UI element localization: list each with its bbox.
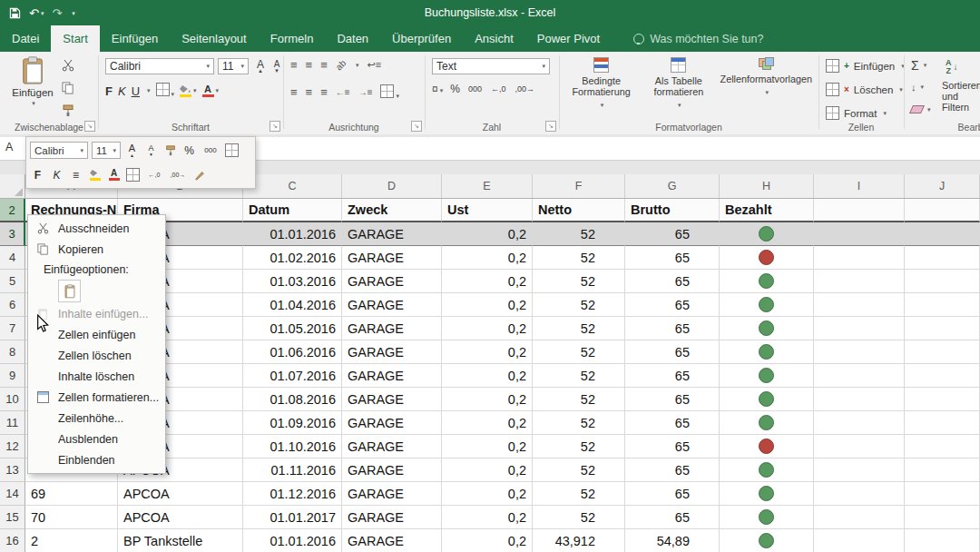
cell-brutto[interactable]: 65 xyxy=(625,411,720,435)
font-color-icon[interactable]: A xyxy=(202,84,214,97)
cell-empty-j[interactable] xyxy=(905,435,980,458)
cell-empty-i[interactable] xyxy=(814,388,905,411)
cell-netto[interactable]: 52 xyxy=(533,411,625,435)
align-middle-icon[interactable]: ≡ xyxy=(306,59,313,71)
select-all-corner[interactable] xyxy=(0,174,25,198)
menu-item-ausblenden[interactable]: Ausblenden xyxy=(28,429,165,449)
brush-icon[interactable] xyxy=(191,166,207,183)
menu-item-zeilenhoehe[interactable]: Zeilenhöhe... xyxy=(28,408,165,429)
cell-netto[interactable]: 52 xyxy=(533,364,625,388)
cell-zweck[interactable]: GARAGE xyxy=(342,340,442,364)
decimal-increase-icon[interactable]: ←,0 xyxy=(490,84,507,94)
orientation-icon[interactable]: ab xyxy=(334,58,348,73)
cell-netto[interactable]: 52 xyxy=(533,270,625,293)
cell-empty-j[interactable] xyxy=(905,246,980,270)
accounting-format-icon[interactable]: ¤▾ xyxy=(432,83,443,95)
column-header-i[interactable]: I xyxy=(814,174,905,198)
cell-bezahlt[interactable] xyxy=(720,482,814,506)
mini-font-name-combo[interactable]: Calibri▾ xyxy=(30,142,88,159)
align-top-icon[interactable]: ≡ xyxy=(290,59,298,71)
borders-icon[interactable]: ▾ xyxy=(156,83,175,99)
cell-brutto[interactable]: 65 xyxy=(625,435,720,458)
cell-datum[interactable]: 01.08.2016 xyxy=(243,388,342,411)
cell-datum[interactable]: 01.12.2016 xyxy=(243,482,342,506)
header-cell-netto[interactable]: Netto xyxy=(533,199,625,222)
menu-item-kopieren[interactable]: Kopieren xyxy=(28,239,165,260)
name-box[interactable]: A xyxy=(5,141,13,153)
cell-rechnungs-nr[interactable]: 2 xyxy=(25,529,118,552)
align-center-icon[interactable]: ≡ xyxy=(306,86,313,98)
cell-bezahlt[interactable] xyxy=(720,458,814,482)
fill-button[interactable]: ↓▾ xyxy=(911,82,924,93)
cell-empty-i[interactable] xyxy=(814,529,905,552)
undo-icon[interactable]: ↶▾ xyxy=(29,7,44,19)
cell-ust[interactable]: 0,2 xyxy=(442,222,533,246)
row-number[interactable]: 7 xyxy=(0,317,25,340)
row-number[interactable]: 16 xyxy=(0,529,25,552)
cell-brutto[interactable]: 65 xyxy=(625,506,720,529)
menu-item-zellen-formatieren[interactable]: Zellen formatieren... xyxy=(28,387,165,408)
cell-datum[interactable]: 01.01.2016 xyxy=(243,529,342,552)
cell-datum[interactable]: 01.03.2016 xyxy=(243,270,342,293)
tab-power-pivot[interactable]: Power Pivot xyxy=(525,25,612,52)
row-number[interactable]: 10 xyxy=(0,388,25,411)
tab-seitenlayout[interactable]: Seitenlayout xyxy=(170,25,259,52)
cell-netto[interactable]: 52 xyxy=(533,458,625,482)
cell-datum[interactable]: 01.02.2016 xyxy=(243,246,342,270)
italic-icon[interactable]: K xyxy=(49,166,64,183)
cell-datum[interactable]: 01.07.2016 xyxy=(243,364,342,388)
cell-bezahlt[interactable] xyxy=(720,529,814,552)
cell-empty-j[interactable] xyxy=(905,317,980,340)
cell-brutto[interactable]: 65 xyxy=(625,317,720,340)
copy-icon[interactable] xyxy=(60,80,76,96)
cell-zweck[interactable]: GARAGE xyxy=(342,222,442,246)
cell-empty-i[interactable] xyxy=(814,482,905,506)
customize-quick-access-icon[interactable]: ▾ xyxy=(70,10,75,16)
paste-icon[interactable] xyxy=(58,280,81,302)
cell-empty-j[interactable] xyxy=(905,411,980,435)
cell-netto[interactable]: 52 xyxy=(533,435,625,458)
percent-icon[interactable]: % xyxy=(181,142,197,159)
column-header-j[interactable]: J xyxy=(905,174,980,198)
bold-icon[interactable]: F xyxy=(30,166,45,183)
cell-datum[interactable]: 01.09.2016 xyxy=(243,411,342,435)
cell-empty-i[interactable] xyxy=(814,222,905,246)
row-number[interactable]: 2 xyxy=(0,199,25,222)
cell-bezahlt[interactable] xyxy=(720,270,814,293)
cell-empty-i[interactable] xyxy=(814,317,905,340)
cell-ust[interactable]: 0,2 xyxy=(442,411,533,435)
cell-datum[interactable]: 01.11.2016 xyxy=(243,458,342,482)
tab-datei[interactable]: Datei xyxy=(0,25,51,52)
font-color-icon[interactable]: A xyxy=(106,166,122,183)
cut-icon[interactable] xyxy=(60,57,76,74)
font-size-increase-icon[interactable]: A▲ xyxy=(124,142,140,159)
cell-ust[interactable]: 0,2 xyxy=(442,340,533,364)
cell-empty-i[interactable] xyxy=(814,293,905,317)
cell-ust[interactable]: 0,2 xyxy=(442,529,533,552)
cell-brutto[interactable]: 65 xyxy=(625,482,720,506)
cell-bezahlt[interactable] xyxy=(720,506,814,529)
align-left-icon[interactable]: ≡ xyxy=(290,86,298,98)
cell-datum[interactable]: 01.04.2016 xyxy=(243,293,342,317)
tab-formeln[interactable]: Formeln xyxy=(259,25,326,52)
cell-brutto[interactable]: 65 xyxy=(625,270,720,293)
row-number[interactable]: 15 xyxy=(0,506,25,529)
cell-netto[interactable]: 52 xyxy=(533,222,625,246)
row-number[interactable]: 11 xyxy=(0,411,25,435)
menu-item-ausschneiden[interactable]: Ausschneiden xyxy=(28,218,165,239)
percent-icon[interactable]: % xyxy=(450,83,460,95)
row-number[interactable]: 5 xyxy=(0,270,25,293)
row-number[interactable]: 6 xyxy=(0,293,25,317)
underline-button[interactable]: U xyxy=(132,84,140,98)
menu-item-zellen-loeschen[interactable]: Zellen löschen xyxy=(28,345,165,366)
cell-datum[interactable]: 01.05.2016 xyxy=(243,317,342,340)
cell-bezahlt[interactable] xyxy=(720,246,814,270)
cell-bezahlt[interactable] xyxy=(720,388,814,411)
cell-empty-j[interactable] xyxy=(905,293,980,317)
cell-zweck[interactable]: GARAGE xyxy=(342,529,442,552)
cell-ust[interactable]: 0,2 xyxy=(442,482,533,506)
row-number[interactable]: 9 xyxy=(0,364,25,388)
tab-ueberpruefen[interactable]: Überprüfen xyxy=(380,25,463,52)
cell-zweck[interactable]: GARAGE xyxy=(342,458,442,482)
header-cell-zweck[interactable]: Zweck xyxy=(342,199,442,222)
